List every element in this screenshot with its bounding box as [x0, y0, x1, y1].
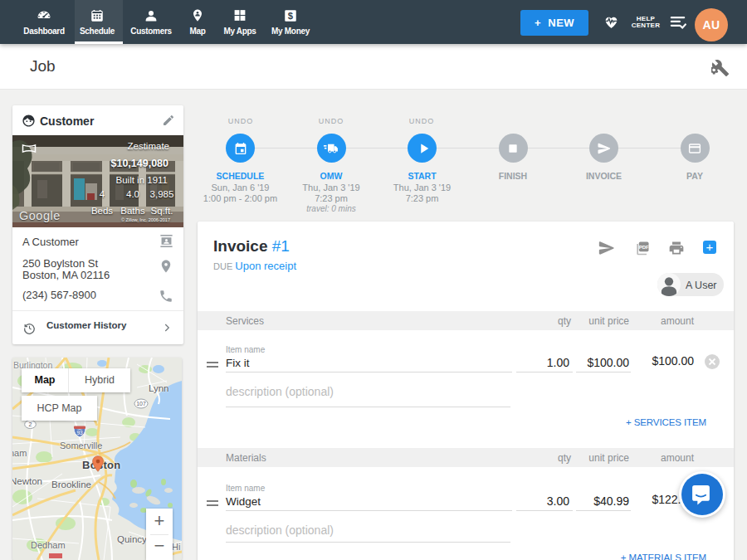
svg-text:93: 93 — [76, 430, 83, 436]
svg-text:PDF: PDF — [639, 245, 649, 250]
svg-text:107: 107 — [136, 401, 146, 407]
svg-text:$: $ — [288, 11, 294, 21]
svg-text:2: 2 — [29, 421, 32, 427]
